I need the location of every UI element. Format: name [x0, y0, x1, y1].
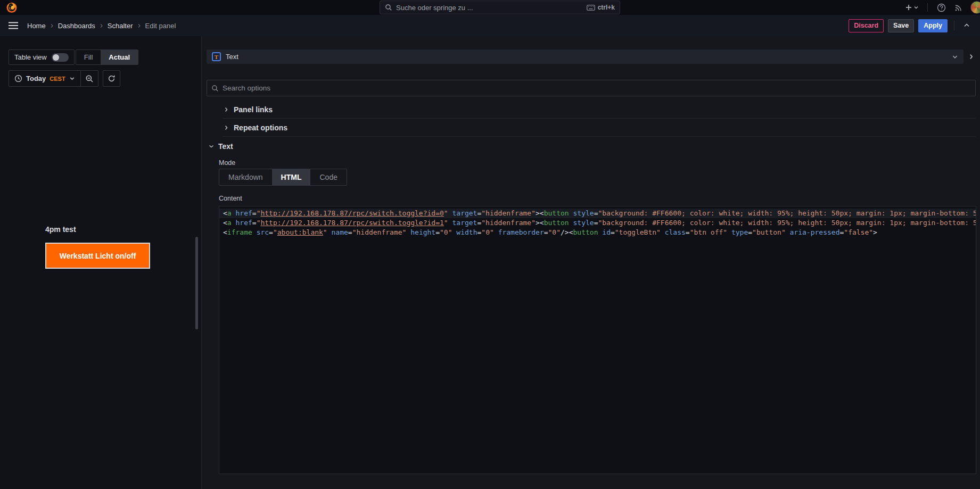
panel-type-label: Text — [226, 53, 238, 61]
apply-button[interactable]: Apply — [918, 19, 948, 32]
chevron-down-icon — [69, 76, 75, 81]
nav-divider — [954, 21, 954, 30]
fill-option[interactable]: Fill — [76, 50, 101, 64]
mode-radio-group: Markdown HTML Code — [219, 169, 347, 186]
chevron-down-icon — [952, 54, 958, 60]
breadcrumb-dashboard-name[interactable]: Schalter — [108, 22, 133, 30]
top-bar: ctrl+k — [0, 0, 980, 15]
new-menu-button[interactable] — [903, 4, 921, 11]
mode-html[interactable]: HTML — [272, 169, 311, 185]
keyboard-icon — [587, 5, 595, 11]
topbar-divider — [927, 3, 928, 12]
section-title: Text — [218, 142, 233, 151]
time-range-picker[interactable]: Today CEST — [9, 70, 81, 87]
werkstatt-licht-button[interactable]: Werkstatt Licht on/off — [45, 243, 150, 269]
options-search[interactable] — [207, 80, 976, 96]
options-search-field[interactable] — [223, 84, 971, 92]
global-search-field[interactable] — [396, 4, 583, 12]
mode-code[interactable]: Code — [310, 169, 346, 185]
search-shortcut: ctrl+k — [587, 4, 615, 11]
breadcrumb-dashboards[interactable]: Dashboards — [58, 22, 95, 30]
table-view-label: Table view — [14, 53, 47, 61]
section-repeat-options[interactable]: Repeat options — [207, 121, 976, 134]
table-view-control: Table view — [9, 49, 75, 65]
code-editor-lines: <a href="http://192.168.178.87/rpc/switc… — [219, 209, 976, 237]
global-search-input[interactable]: ctrl+k — [380, 1, 620, 14]
section-label: Panel links — [234, 105, 273, 114]
chevron-up-icon[interactable] — [961, 20, 973, 31]
search-shortcut-label: ctrl+k — [598, 4, 615, 11]
actual-option[interactable]: Actual — [101, 50, 138, 64]
section-text[interactable]: Text — [209, 142, 233, 151]
content-field-label: Content — [219, 195, 242, 202]
code-line[interactable]: <iframe src="about:blank" name="hiddenfr… — [219, 228, 976, 237]
breadcrumb: Home Dashboards Schalter Edit panel — [27, 22, 176, 30]
plus-icon — [905, 4, 912, 11]
chevron-right-icon — [50, 23, 54, 28]
timezone-label: CEST — [50, 76, 65, 82]
search-icon — [385, 4, 392, 11]
chevron-right-icon — [224, 125, 229, 130]
chevron-down-icon — [209, 144, 214, 149]
clock-icon — [14, 74, 22, 82]
panel-options-pane: T Text Panel links Repeat options — [201, 36, 980, 489]
grafana-logo[interactable] — [6, 2, 18, 13]
chevron-right-icon — [224, 107, 229, 112]
panel-preview-pane: Table view Fill Actual Today CEST — [0, 36, 201, 489]
mode-markdown[interactable]: Markdown — [219, 169, 272, 185]
breadcrumb-home[interactable]: Home — [27, 22, 46, 30]
chevron-right-icon — [99, 23, 104, 28]
collapse-options-icon[interactable] — [966, 51, 976, 62]
section-label: Repeat options — [234, 123, 287, 132]
breadcrumb-edit-panel: Edit panel — [145, 22, 176, 30]
help-button[interactable] — [934, 1, 948, 14]
save-button[interactable]: Save — [888, 19, 914, 32]
code-line[interactable]: <a href="http://192.168.178.87/rpc/switc… — [219, 218, 976, 228]
section-divider — [223, 136, 976, 137]
refresh-button[interactable] — [103, 70, 120, 87]
section-panel-links[interactable]: Panel links — [207, 103, 976, 115]
time-range-label: Today — [26, 74, 46, 82]
user-avatar[interactable] — [970, 1, 980, 14]
fill-actual-group: Fill Actual — [76, 49, 138, 65]
chevron-down-icon — [913, 5, 919, 10]
menu-icon[interactable] — [7, 20, 19, 31]
table-view-toggle[interactable] — [52, 53, 69, 62]
code-line[interactable]: <a href="http://192.168.178.87/rpc/switc… — [219, 209, 976, 218]
chevron-right-icon — [137, 23, 142, 28]
content-code-editor[interactable]: <a href="http://192.168.178.87/rpc/switc… — [219, 206, 976, 474]
panel-title: 4pm test — [45, 225, 76, 234]
discard-button[interactable]: Discard — [849, 19, 884, 32]
search-icon — [211, 85, 219, 92]
panel-type-dropdown[interactable]: T Text — [207, 49, 963, 64]
nav-toolbar: Home Dashboards Schalter Edit panel Disc… — [0, 15, 980, 36]
zoom-out-button[interactable] — [81, 70, 98, 87]
section-divider — [223, 118, 976, 119]
mode-field-label: Mode — [219, 159, 235, 167]
left-pane-scrollbar[interactable] — [195, 237, 198, 329]
text-panel-icon: T — [212, 52, 221, 61]
news-rss-button[interactable] — [951, 1, 965, 14]
